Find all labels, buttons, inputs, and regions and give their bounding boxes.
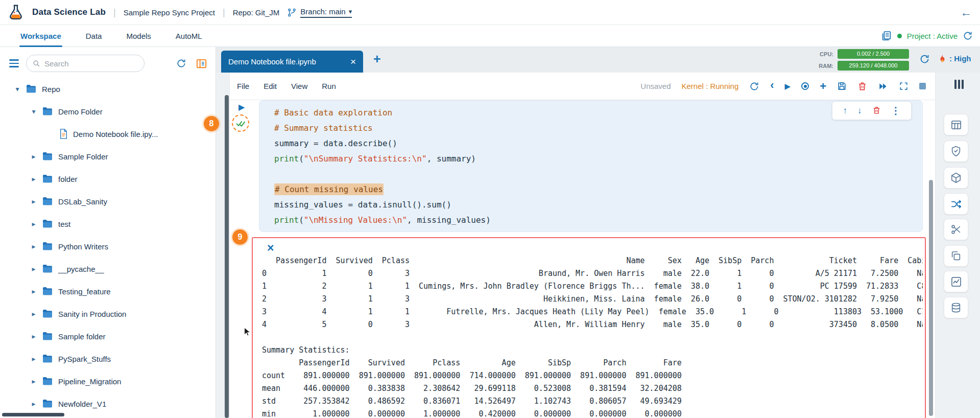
run-all-icon[interactable]: [878, 81, 888, 91]
caret-right-icon[interactable]: ▸: [30, 152, 38, 160]
nav-item-workspace[interactable]: Workspace: [20, 32, 61, 40]
caret-right-icon[interactable]: ▸: [30, 242, 38, 250]
tree-item-dslab-sanity[interactable]: ▸DSLab_Sanity: [0, 190, 216, 213]
tool-table-button[interactable]: [944, 114, 968, 135]
tree-item-test[interactable]: ▸test: [0, 213, 216, 235]
tree-item-newfolder-v1[interactable]: ▸Newfolder_V1: [0, 392, 216, 415]
notebook-vertical-scrollbar[interactable]: [929, 180, 933, 416]
nav-item-models[interactable]: Models: [126, 32, 151, 40]
folder-icon: [42, 219, 53, 228]
menu-run[interactable]: Run: [322, 82, 336, 90]
tab-close-icon[interactable]: ×: [350, 57, 356, 66]
more-options-icon[interactable]: ⋮: [891, 106, 901, 115]
refresh-tree-icon[interactable]: [176, 58, 186, 68]
tree-item-demo-notebook-file-ipy[interactable]: Demo Notebook file.ipy...: [0, 123, 216, 145]
tool-shuffle-button[interactable]: [944, 193, 968, 215]
nav-item-data[interactable]: Data: [86, 32, 102, 40]
refresh-project-icon[interactable]: [963, 31, 973, 41]
tree-item-sample-folder[interactable]: ▸Sample Folder: [0, 145, 216, 168]
code-line[interactable]: # Count missing values: [274, 182, 922, 197]
move-cell-up-icon[interactable]: ↑: [843, 106, 848, 115]
kernel-status-label: Kernel : Running: [682, 82, 739, 90]
caret-down-icon[interactable]: ▾: [13, 85, 21, 93]
caret-down-icon[interactable]: ▾: [30, 107, 38, 115]
clear-output-icon[interactable]: ×: [267, 242, 274, 254]
folder-icon: [42, 152, 53, 161]
tool-split-button[interactable]: [944, 219, 968, 240]
caret-right-icon[interactable]: ▸: [30, 220, 38, 228]
tree-item-sanity-in-production[interactable]: ▸Sanity in Production: [0, 303, 216, 325]
caret-right-icon[interactable]: ▸: [30, 400, 38, 408]
code-line[interactable]: [274, 167, 922, 182]
tree-item-pipeline-migration[interactable]: ▸Pipeline_Migration: [0, 370, 216, 392]
caret-right-icon[interactable]: ▸: [30, 265, 38, 273]
record-icon[interactable]: [801, 82, 809, 90]
tool-chart-button[interactable]: [944, 271, 968, 292]
tab-active[interactable]: Demo Notebook file.ipynb ×: [221, 51, 363, 73]
caret-right-icon[interactable]: ▸: [30, 377, 38, 385]
delete-cell-icon[interactable]: [857, 81, 867, 91]
search-icon: [33, 60, 40, 67]
panel-toggle-icon[interactable]: [196, 58, 207, 69]
tree-item-repo[interactable]: ▾Repo: [0, 78, 216, 100]
collapse-panel-icon[interactable]: ←: [960, 6, 972, 19]
tree-item-demo-folder[interactable]: ▾Demo Folder: [0, 100, 216, 123]
caret-right-icon[interactable]: ▸: [30, 332, 38, 340]
primary-nav: WorkspaceDataModelsAutoML Project : Acti…: [0, 25, 980, 47]
new-tab-button[interactable]: +: [373, 52, 381, 66]
panel-resize-handle[interactable]: [225, 95, 229, 418]
branch-selector[interactable]: Branch: main ▾: [287, 7, 352, 18]
code-line[interactable]: summary = data.describe(): [274, 136, 922, 151]
docs-icon[interactable]: [881, 30, 892, 41]
tree-item-testing-feature[interactable]: ▸Testing_feature: [0, 280, 216, 303]
layout-columns-icon[interactable]: [954, 80, 964, 89]
fullscreen-icon[interactable]: [899, 81, 909, 91]
caret-right-icon[interactable]: ▸: [30, 310, 38, 318]
nav-right-cluster: Project : Active: [881, 30, 973, 41]
menu-view[interactable]: View: [291, 82, 307, 90]
folder-icon: [42, 197, 53, 206]
code-line[interactable]: print("\nMissing Values:\n", missing_val…: [274, 213, 922, 228]
tree-item-pycache[interactable]: ▸__pycache__: [0, 258, 216, 280]
caret-right-icon[interactable]: ▸: [30, 175, 38, 183]
branch-label: Branch: main: [300, 7, 345, 16]
nav-item-automl[interactable]: AutoML: [176, 32, 202, 40]
tree-item-pyspark-stuffs[interactable]: ▸PySpark_Stuffs: [0, 347, 216, 370]
tree-item-sample-folder[interactable]: ▸Sample folder: [0, 325, 216, 347]
code-line[interactable]: print("\nSummary Statistics:\n", summary…: [274, 151, 922, 167]
restart-kernel-icon[interactable]: [749, 81, 759, 91]
tree-horizontal-scrollbar[interactable]: [2, 413, 64, 416]
tool-security-button[interactable]: [944, 141, 968, 162]
move-cell-down-icon[interactable]: ↓: [857, 106, 862, 115]
tool-package-button[interactable]: [944, 167, 968, 189]
tool-database-button[interactable]: [944, 297, 968, 318]
caret-right-icon[interactable]: ▸: [30, 287, 38, 295]
code-line[interactable]: missing_values = data.isnull().sum(): [274, 197, 922, 213]
tree-item-label: Sample Folder: [58, 152, 108, 161]
project-status: Project : Active: [907, 32, 958, 40]
cell-run-icon[interactable]: ▶: [238, 102, 245, 112]
code-line[interactable]: # Basic data exploration: [274, 105, 922, 121]
menu-icon[interactable]: [9, 59, 19, 67]
tree-item-label: Python Writers: [58, 242, 108, 251]
tree-item-folder[interactable]: ▸folder: [0, 168, 216, 190]
add-cell-icon[interactable]: +: [820, 81, 826, 92]
folder-icon: [42, 377, 53, 386]
code-line[interactable]: # Summary statistics: [274, 121, 922, 136]
save-notebook-icon[interactable]: [837, 81, 847, 91]
menu-file[interactable]: File: [237, 82, 249, 90]
stop-kernel-icon[interactable]: [919, 83, 926, 89]
caret-right-icon[interactable]: ▸: [30, 355, 38, 363]
table-icon: [950, 119, 962, 131]
delete-cell-icon[interactable]: [872, 106, 881, 116]
run-cell-icon[interactable]: ▶: [785, 82, 791, 90]
refresh-resources-icon[interactable]: [919, 54, 930, 64]
menu-edit[interactable]: Edit: [264, 82, 277, 90]
tool-copy-button[interactable]: [944, 245, 968, 267]
cell-output-container: × PassengerId Survived Pclass Name Sex A…: [252, 237, 926, 418]
chevron-left-icon[interactable]: ‹: [770, 80, 774, 91]
caret-right-icon[interactable]: ▸: [30, 197, 38, 205]
notebook-cell[interactable]: # Basic data exploration# Summary statis…: [259, 100, 923, 232]
search-input[interactable]: [44, 59, 146, 68]
tree-item-python-writers[interactable]: ▸Python Writers: [0, 235, 216, 258]
